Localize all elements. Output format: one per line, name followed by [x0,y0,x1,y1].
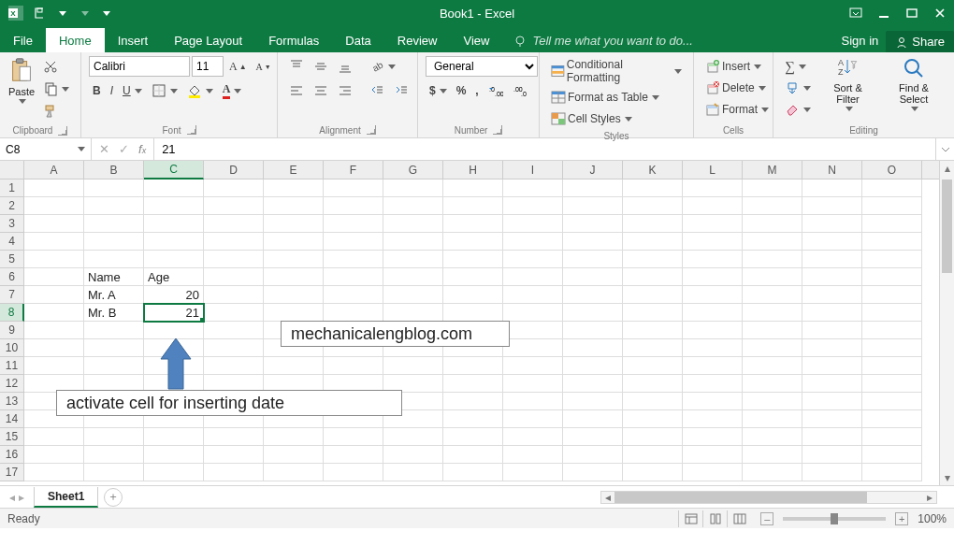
cell-F11[interactable] [324,357,383,375]
row-header-9[interactable]: 9 [0,322,24,339]
cell-H12[interactable] [443,375,503,393]
cell-N7[interactable] [802,286,862,304]
alignment-dialog-launcher[interactable] [367,125,376,135]
cell-B11[interactable] [84,357,144,375]
cell-M4[interactable] [743,233,802,251]
tab-page-layout[interactable]: Page Layout [161,28,255,52]
cell-G9[interactable] [383,322,443,339]
cell-J17[interactable] [563,464,623,481]
cell-H14[interactable] [443,410,503,428]
cell-O2[interactable] [862,197,922,215]
cell-H2[interactable] [443,197,503,215]
cell-C13[interactable] [144,393,204,410]
grow-font-button[interactable]: A▲ [225,56,251,77]
tab-file[interactable]: File [0,28,46,52]
cell-I3[interactable] [503,215,563,233]
cell-M2[interactable] [743,197,802,215]
column-header-M[interactable]: M [743,161,802,179]
cell-F16[interactable] [324,446,383,464]
cell-L11[interactable] [683,357,743,375]
fill-button[interactable] [781,78,815,98]
cell-E9[interactable] [264,322,324,339]
cell-I16[interactable] [503,446,563,464]
cell-N4[interactable] [802,233,862,251]
increase-indent-button[interactable] [390,80,412,101]
cell-D10[interactable] [204,339,264,357]
autosum-button[interactable]: ∑ [781,56,815,77]
name-box-dropdown-icon[interactable] [78,147,85,151]
align-middle-button[interactable] [310,56,332,77]
cell-K1[interactable] [623,179,683,197]
column-header-O[interactable]: O [862,161,922,179]
cell-I2[interactable] [503,197,563,215]
horizontal-scroll-thumb[interactable] [614,492,867,503]
cell-I7[interactable] [503,286,563,304]
cell-D14[interactable] [204,410,264,428]
cell-E16[interactable] [264,446,324,464]
cell-E3[interactable] [264,215,324,233]
name-box[interactable] [0,138,92,160]
column-header-N[interactable]: N [802,161,862,179]
cell-O4[interactable] [862,233,922,251]
cell-K2[interactable] [623,197,683,215]
cell-D8[interactable] [204,304,264,322]
cell-L1[interactable] [683,179,743,197]
cell-B13[interactable] [84,393,144,410]
cell-L16[interactable] [683,446,743,464]
cell-J3[interactable] [563,215,623,233]
cell-I9[interactable] [503,322,563,339]
cell-G16[interactable] [383,446,443,464]
cell-M6[interactable] [743,268,802,286]
row-header-4[interactable]: 4 [0,233,24,251]
cell-H8[interactable] [443,304,503,322]
cell-I12[interactable] [503,375,563,393]
conditional-formatting-button[interactable]: Conditional Formatting [547,56,686,86]
format-cells-button[interactable]: Format [701,99,773,120]
cell-A13[interactable] [24,393,84,410]
cell-styles-button[interactable]: Cell Styles [547,108,636,129]
cell-K14[interactable] [623,410,683,428]
cell-N12[interactable] [802,375,862,393]
cell-I8[interactable] [503,304,563,322]
cell-G15[interactable] [383,428,443,446]
cell-B9[interactable] [84,322,144,339]
cell-L15[interactable] [683,428,743,446]
row-header-1[interactable]: 1 [0,179,24,197]
undo-button[interactable] [52,3,69,23]
cell-N9[interactable] [802,322,862,339]
cell-C8[interactable]: 21 [144,304,204,322]
cell-A14[interactable] [24,410,84,428]
cell-M9[interactable] [743,322,802,339]
cell-I10[interactable] [503,339,563,357]
cell-F10[interactable] [324,339,383,357]
cell-B10[interactable] [84,339,144,357]
insert-cells-button[interactable]: Insert [701,56,765,77]
redo-button[interactable] [75,3,92,23]
maximize-button[interactable] [898,0,926,26]
cell-J13[interactable] [563,393,623,410]
cut-button[interactable] [39,56,73,77]
cell-K15[interactable] [623,428,683,446]
cell-O6[interactable] [862,268,922,286]
cell-C17[interactable] [144,464,204,481]
cell-L5[interactable] [683,251,743,268]
cell-G6[interactable] [383,268,443,286]
close-button[interactable] [926,0,954,26]
fill-color-button[interactable] [183,80,217,101]
cell-O5[interactable] [862,251,922,268]
cell-H15[interactable] [443,428,503,446]
cell-E12[interactable] [264,375,324,393]
cell-F17[interactable] [324,464,383,481]
cell-G1[interactable] [383,179,443,197]
column-header-K[interactable]: K [623,161,683,179]
cell-H9[interactable] [443,322,503,339]
bold-button[interactable]: B [89,80,105,101]
cell-F6[interactable] [324,268,383,286]
cell-K8[interactable] [623,304,683,322]
cell-C9[interactable] [144,322,204,339]
cell-I15[interactable] [503,428,563,446]
decrease-indent-button[interactable] [366,80,388,101]
cell-A2[interactable] [24,197,84,215]
save-button[interactable] [30,3,47,23]
cell-E1[interactable] [264,179,324,197]
